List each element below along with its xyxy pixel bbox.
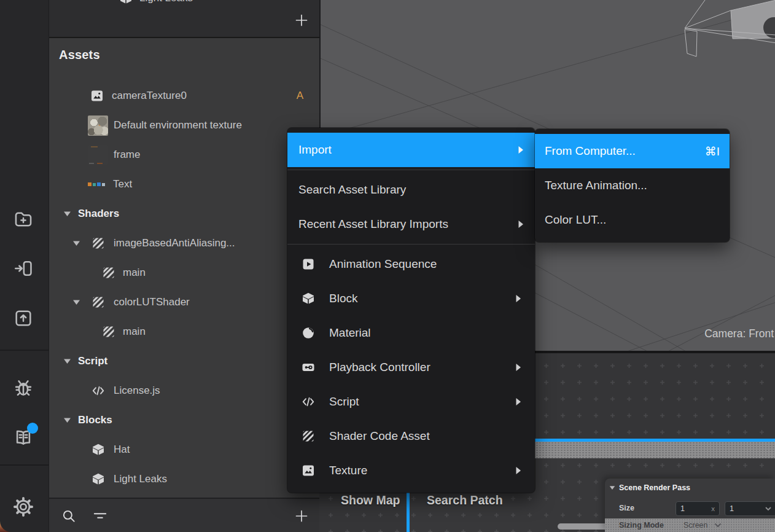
plus-icon (294, 13, 309, 28)
disclosure-triangle-icon[interactable] (63, 417, 71, 423)
menu-item-label: Animation Sequence (329, 257, 437, 271)
chevron-down-icon (765, 506, 772, 511)
asset-row-main-1[interactable]: main (49, 258, 319, 288)
add-asset-folder-button[interactable] (12, 209, 35, 232)
asset-row-imagebasedantialiasing[interactable]: imageBasedAntiAliasing... (49, 229, 319, 258)
code-icon (301, 394, 316, 409)
section-shaders[interactable]: Shaders (49, 199, 319, 229)
scene-item-label: Light Leaks (139, 0, 193, 4)
size-label: Size (619, 504, 634, 512)
code-icon (91, 383, 106, 398)
section-label: Blocks (78, 414, 112, 426)
sizing-mode-row[interactable]: Sizing Mode Screen (605, 518, 775, 532)
menu-item-import[interactable]: Import (287, 133, 535, 167)
asset-row-colorlutshader[interactable]: colorLUTShader (49, 288, 319, 317)
asset-label: Hat (114, 444, 130, 456)
section-script[interactable]: Script (49, 346, 319, 376)
size-width-input[interactable]: 1 x (676, 501, 720, 516)
menu-item-animation-sequence[interactable]: Animation Sequence (287, 247, 535, 281)
debug-console-button[interactable] (12, 378, 35, 401)
asset-row-default-environment-texture[interactable]: Default environment texture (49, 111, 319, 140)
menu-item-label: Texture (329, 464, 367, 477)
asset-row-frame[interactable]: frame (49, 140, 319, 170)
scene-add-button[interactable] (294, 13, 309, 30)
block-cube-icon (119, 0, 133, 6)
menu-item-label: Script (329, 395, 359, 409)
add-asset-button[interactable] (293, 507, 310, 525)
sizing-mode-label: Sizing Mode (619, 521, 664, 530)
animated-badge: A (297, 90, 303, 102)
asset-label: main (123, 326, 146, 338)
section-blocks[interactable]: Blocks (49, 405, 319, 435)
menu-item-label: Recent Asset Library Imports (298, 217, 448, 231)
asset-label: imageBasedAntiAliasing... (114, 237, 235, 249)
menu-item-shader-code-asset[interactable]: Shader Code Asset (287, 419, 535, 453)
asset-label: License.js (114, 385, 160, 397)
filter-assets-button[interactable] (92, 507, 109, 525)
size-height-value: 1 (730, 504, 734, 513)
menu-item-script[interactable]: Script (287, 385, 535, 419)
assets-panel: Light Leaks Assets cameraTexture0 A (49, 0, 319, 532)
asset-row-licensejs[interactable]: License.js (49, 376, 319, 405)
show-map-button[interactable]: Show Map (341, 493, 400, 507)
shader-stripes-icon (101, 324, 116, 339)
scene-render-pass-patch[interactable]: Scene Render Pass Size 1 x 1 Sizing Mode… (605, 479, 775, 532)
asset-label: colorLUTShader (114, 296, 190, 308)
menu-item-block[interactable]: Block (287, 281, 535, 316)
scene-panel-bottom: Light Leaks (49, 0, 319, 38)
asset-label: cameraTexture0 (112, 90, 187, 102)
send-to-device-button[interactable] (12, 258, 35, 281)
asset-row-main-2[interactable]: main (49, 317, 319, 346)
asset-label: frame (114, 149, 140, 161)
left-toolbar (0, 0, 49, 532)
search-assets-button[interactable] (60, 507, 77, 525)
disclosure-triangle-icon[interactable] (609, 485, 615, 490)
asset-row-cameratexture0[interactable]: cameraTexture0 A (49, 81, 319, 111)
search-patch-button[interactable]: Search Patch (427, 493, 503, 507)
menu-item-recent-asset-library-imports[interactable]: Recent Asset Library Imports (287, 207, 535, 241)
menu-item-search-asset-library[interactable]: Search Asset Library (287, 173, 535, 207)
asset-row-hat[interactable]: Hat (49, 435, 319, 464)
device-arrow-icon (13, 258, 34, 281)
disclosure-triangle-icon[interactable] (63, 211, 71, 217)
size-width-value: 1 (680, 504, 685, 513)
asset-row-light-leaks[interactable]: Light Leaks (49, 464, 319, 494)
submenu-item-texture-animation[interactable]: Texture Animation... (535, 168, 730, 203)
text-thumbnail (88, 181, 107, 189)
menu-item-playback-controller[interactable]: Playback Controller (287, 350, 535, 385)
block-cube-icon (91, 442, 106, 457)
disclosure-triangle-icon[interactable] (72, 299, 80, 305)
toolbar-divider (0, 464, 49, 466)
menu-item-label: Color LUT... (545, 213, 606, 227)
submenu-item-color-lut[interactable]: Color LUT... (535, 203, 730, 237)
menu-item-texture[interactable]: Texture (287, 453, 535, 488)
scene-item-partial[interactable]: Light Leaks (119, 0, 193, 6)
patch-title: Scene Render Pass (619, 483, 690, 492)
publish-upload-button[interactable] (12, 308, 35, 331)
submenu-item-from-computer[interactable]: From Computer... ⌘I (535, 134, 730, 168)
app-window: Light Leaks Assets cameraTexture0 A (0, 0, 775, 532)
asset-row-text[interactable]: Text (49, 170, 319, 199)
shader-stripes-icon (301, 429, 316, 444)
filter-icon (92, 508, 108, 524)
disclosure-triangle-icon[interactable] (72, 240, 80, 246)
submenu-arrow-icon (515, 397, 521, 406)
asset-label: Light Leaks (114, 473, 167, 485)
asset-label: Text (113, 178, 132, 190)
import-submenu: From Computer... ⌘I Texture Animation...… (535, 129, 730, 242)
plus-icon (294, 509, 309, 523)
size-height-input[interactable]: 1 (725, 501, 775, 516)
disclosure-triangle-icon[interactable] (63, 358, 71, 364)
assets-context-menu: Import Search Asset Library Recent Asset… (287, 128, 535, 493)
gear-icon (12, 496, 34, 520)
block-cube-icon (301, 291, 316, 306)
assets-panel-title: Assets (59, 48, 100, 62)
horizontal-scrollbar[interactable] (558, 523, 608, 530)
menu-item-material[interactable]: Material (287, 316, 535, 350)
menu-item-label: Playback Controller (329, 361, 430, 374)
upload-icon (13, 308, 34, 331)
sizing-mode-value[interactable]: Screen (683, 521, 708, 530)
submenu-arrow-icon (515, 466, 521, 475)
settings-button[interactable] (12, 496, 35, 520)
toolbar-divider (0, 350, 49, 351)
